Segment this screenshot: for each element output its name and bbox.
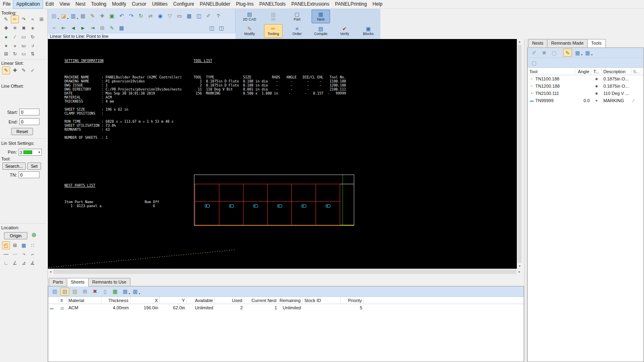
tool-icon-point-tool[interactable]: ∗ <box>29 24 37 32</box>
nest-sheet[interactable] <box>194 175 354 226</box>
menu-item-view[interactable]: View <box>57 0 73 8</box>
mode-button-part[interactable]: ▢ Part <box>288 10 306 23</box>
tool-icon-slot-wave[interactable]: ≈ <box>29 15 37 23</box>
toolbar-icon-frame[interactable]: ▭ <box>175 11 184 21</box>
toolbar-icon-pick-tool[interactable]: ✐ <box>530 49 539 57</box>
header-priority[interactable]: Priority <box>341 297 364 304</box>
menu-item-cursor[interactable]: Cursor <box>129 0 149 8</box>
tool-icon-slot-arc[interactable]: ↷ <box>20 15 28 23</box>
toolbar-icon-copy-sheet[interactable]: ▤ <box>60 288 69 296</box>
linear-slot-icon-linear-slot-add[interactable]: ✚ <box>11 66 19 74</box>
toolbar-icon-window-grid[interactable]: ◫ <box>194 11 203 21</box>
toolbar-icon-draw-pen[interactable]: ✎ <box>88 11 97 21</box>
mode-button-nest[interactable]: ▦ Nest <box>312 10 330 23</box>
toolbar-icon-pen-grid[interactable]: ✎ <box>107 24 116 32</box>
tool-icon-rotate-tool[interactable]: ↻ <box>29 33 37 41</box>
toolbar-icon-delete-sheet[interactable]: ✖ <box>91 288 99 296</box>
tool-icon-rect-tool[interactable]: ▭ <box>20 33 28 41</box>
mode-button-3d[interactable]: ▧ 3D <box>264 10 283 23</box>
mode-button-order[interactable]: ≡ Order <box>288 24 306 38</box>
toolbar-icon-window-split-h[interactable]: ◫ <box>207 24 216 32</box>
header-available[interactable]: Available <box>187 297 215 304</box>
header-x[interactable]: X <box>130 297 160 304</box>
location-icon-line-dotted[interactable]: ⋯ <box>11 250 19 258</box>
menu-item-application[interactable]: Application <box>13 0 43 8</box>
tool-icon-star-tool[interactable]: ✳ <box>11 24 19 32</box>
toolbar-icon-branch[interactable]: ⇄ <box>146 11 155 21</box>
toolbar-icon-snap-curve[interactable]: ≈ <box>50 24 58 32</box>
toolbar-icon-view-list[interactable]: ▦ <box>121 288 130 296</box>
toolbar-icon-sheet-grid[interactable]: ▦ <box>111 288 120 296</box>
scroll-left-icon[interactable]: ◄ <box>48 270 53 273</box>
linear-slot-icon-linear-slot-pen[interactable]: ✎ <box>2 66 10 74</box>
location-icon-angle-open[interactable]: ∠ <box>11 259 19 267</box>
location-icon-corner-right[interactable]: ⌐ <box>29 250 37 258</box>
tool-icon-grid-tool[interactable]: ⊞ <box>2 50 10 58</box>
mode-button-verify[interactable]: ✔ Verify <box>335 24 354 38</box>
menu-item-paneltools[interactable]: PANELTools <box>256 0 289 8</box>
toolbar-icon-key-tool[interactable]: ✚ <box>98 11 107 21</box>
menu-item-help[interactable]: Help <box>369 0 385 8</box>
tool-icon-flip-tool[interactable]: ⇅ <box>29 50 37 58</box>
tool-icon-delete-tool[interactable]: ✖ <box>2 42 10 50</box>
origin-button[interactable]: Origin <box>4 232 27 239</box>
toolbar-icon-edit-tooling[interactable]: ✎ <box>563 49 572 57</box>
tool-icon-slot-grid[interactable]: ⊞ <box>37 15 45 23</box>
location-icon-angle-measure[interactable]: ∡ <box>29 259 37 267</box>
toolbar-icon-go-first[interactable]: ⇤ <box>59 24 68 32</box>
mode-button-modify[interactable]: ✎ Modify <box>240 24 259 38</box>
tool-row[interactable]: ○ TN1200.188 ∗ 0.1875in O... <box>528 82 643 90</box>
mode-button-2d-cad[interactable]: ▤ 2D CAD <box>240 10 259 23</box>
tab-tools[interactable]: Tools <box>587 39 606 47</box>
toolbar-icon-new-file[interactable]: ▤ <box>50 11 58 21</box>
menu-item-configure[interactable]: Configure <box>170 0 197 8</box>
toolbar-icon-go-last[interactable]: ⇥ <box>88 24 97 32</box>
toolbar-icon-paste-sheet[interactable]: ▥ <box>70 288 79 296</box>
search-button[interactable]: Search... <box>2 162 26 170</box>
location-icon-grid-snap[interactable]: ⊞ <box>11 241 19 249</box>
drawing-canvas[interactable]: SETTING INFORMATION MACHINE NAME : PANEL… <box>48 39 517 269</box>
toolbar-icon-sheet-table[interactable]: ▦ <box>117 24 126 32</box>
location-icon-angle-tri[interactable]: ⊿ <box>20 259 28 267</box>
tool-icon-dot-tool[interactable]: ● <box>2 33 10 41</box>
menu-item-panelextrusions[interactable]: PANELExtrusions <box>289 0 332 8</box>
tab-sheets[interactable]: Sheets <box>67 278 89 286</box>
canvas-vertical-scrollbar[interactable]: ▲ ▼ <box>517 39 522 269</box>
menu-item-panelprinting[interactable]: PANELPrinting <box>332 0 369 8</box>
toolbar-icon-undo[interactable]: ↶ <box>117 11 126 21</box>
location-icon-corner-origin[interactable]: ◰ <box>2 241 10 249</box>
toolbar-icon-window-split-v[interactable]: ◫ <box>217 24 226 32</box>
scroll-down-icon[interactable]: ▼ <box>517 263 522 269</box>
linear-slot-icon-linear-slot-check[interactable]: ✓ <box>29 66 37 74</box>
nest-panel[interactable] <box>291 184 316 225</box>
header-t[interactable]: T... <box>591 68 602 75</box>
end-input[interactable] <box>19 118 39 125</box>
nest-panel[interactable] <box>195 184 219 225</box>
toolbar-icon-table-grid[interactable]: ▦ <box>185 11 194 21</box>
header-angle[interactable]: Angle <box>575 68 591 75</box>
toolbar-icon-delete-tool[interactable]: ✖ <box>540 49 549 57</box>
scroll-thumb[interactable] <box>54 269 516 274</box>
tn-input[interactable] <box>19 171 39 178</box>
menu-item-nest[interactable]: Nest <box>73 0 89 8</box>
toolbar-icon-new-sheet[interactable]: ▤ <box>50 288 59 296</box>
tool-row[interactable]: ○ TN1100.188 ∗ 0.1875in O... <box>528 75 643 82</box>
header-current-nest[interactable]: Current Nest <box>244 297 279 304</box>
tool-icon-slot-rect-tool[interactable]: ▭ <box>20 50 28 58</box>
menu-item-plug-ins[interactable]: Plug-Ins <box>233 0 256 8</box>
tool-icon-move-tool[interactable]: ✚ <box>2 24 10 32</box>
tab-remnants-made[interactable]: Remnants Made <box>547 39 588 47</box>
menu-item-tooling[interactable]: Tooling <box>88 0 109 8</box>
mode-button-blocks[interactable]: ▣ Blocks <box>359 24 378 38</box>
location-icon-line-horizontal[interactable]: — <box>2 250 10 258</box>
mode-button-compile[interactable]: ▤ Compile <box>312 24 330 38</box>
scroll-thumb[interactable] <box>518 45 522 263</box>
toolbar-icon-filter[interactable]: ▽ <box>165 11 174 21</box>
tab-remnants-to-use[interactable]: Remnants to Use <box>88 278 130 286</box>
toolbar-icon-redo[interactable]: ↷ <box>127 11 136 21</box>
tool-icon-dash-tool[interactable]: ∕ <box>11 33 19 41</box>
tool-icon-cross-tool[interactable]: ✖ <box>20 24 28 32</box>
nest-panel[interactable] <box>267 184 292 225</box>
header-material[interactable]: Material <box>67 297 101 304</box>
header-remaining[interactable]: Remaining <box>279 297 303 304</box>
